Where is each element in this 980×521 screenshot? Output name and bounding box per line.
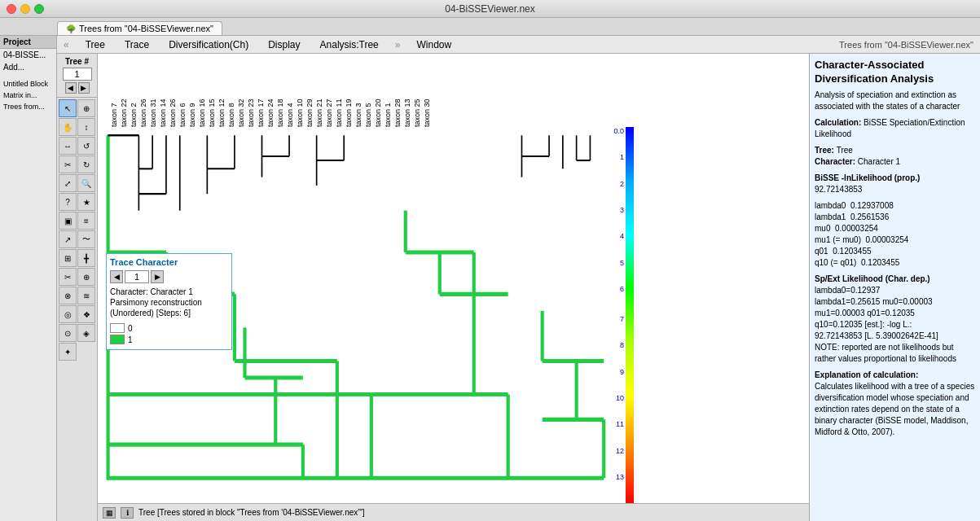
tool-help[interactable]: ?	[59, 193, 77, 211]
tool-22[interactable]: ≋	[77, 287, 95, 304]
scale-1: 1	[620, 153, 624, 161]
tool-21[interactable]: ⊗	[59, 287, 77, 304]
taxon-26b: taxon 26	[169, 58, 177, 127]
tree-and-panel: Tree # ◀ ▶ ↖ ⊕ ✋ ↕ ↔ ↺ ✂ ↻	[57, 54, 980, 521]
breadcrumb: Trees from "04-BiSSEViewer.nex"	[839, 40, 973, 50]
tool-list[interactable]: ≡	[77, 212, 95, 230]
tool-zoom[interactable]: ⊕	[77, 99, 95, 117]
menu-analysis[interactable]: Analysis:Tree	[317, 37, 382, 52]
tool-search[interactable]: 🔍	[77, 174, 95, 192]
info-panel: Character-AssociatedDiversification Anal…	[809, 54, 980, 521]
scale-9: 9	[620, 368, 624, 376]
tool-9[interactable]: ⤢	[59, 174, 77, 192]
taxon-8: taxon 8	[227, 58, 235, 127]
info-params: lambda0 0.12937008 lambda1 0.2561536 mu0…	[815, 200, 975, 269]
project-label: Project	[0, 36, 56, 49]
trace-popup: Trace Character ◀ ▶ Character: Character…	[106, 253, 232, 350]
taxon-28: taxon 28	[393, 58, 402, 127]
project-item-block: Untitled Block	[0, 78, 56, 90]
project-item-trees[interactable]: Trees from...	[0, 101, 56, 112]
menu-diversification[interactable]: Diversification(Ch)	[165, 37, 252, 52]
tool-tilde[interactable]: ⊞	[59, 249, 77, 267]
menu-back[interactable]: «	[64, 39, 69, 50]
tool-18[interactable]: ╋	[77, 249, 95, 267]
menu-window[interactable]: Window	[413, 37, 455, 52]
menu-forward[interactable]: »	[395, 39, 401, 50]
tool-cut[interactable]: ✂	[59, 155, 77, 173]
project-item-matrix[interactable]: Matrix in...	[0, 90, 56, 101]
project-item-add[interactable]: Add...	[0, 61, 56, 73]
status-icon-info[interactable]: ℹ	[121, 507, 134, 519]
legend-box-0	[110, 323, 125, 333]
taxon-25: taxon 25	[413, 58, 421, 127]
taxon-11: taxon 11	[335, 58, 343, 127]
tool-25[interactable]: ⊙	[59, 324, 77, 342]
tool-move[interactable]: ✋	[59, 118, 77, 136]
taxon-13: taxon 13	[403, 58, 411, 127]
taxon-21: taxon 21	[315, 58, 323, 127]
tool-23[interactable]: ◎	[59, 305, 77, 323]
tool-v-scale[interactable]: ↕	[77, 118, 95, 136]
tool-19[interactable]: ✂	[59, 268, 77, 286]
menu-trace[interactable]: Trace	[121, 37, 152, 52]
maximize-button[interactable]	[34, 4, 44, 14]
close-button[interactable]	[7, 4, 16, 14]
trace-prev-btn[interactable]: ◀	[110, 270, 123, 283]
trace-next-btn[interactable]: ▶	[151, 270, 164, 283]
taxon-31: taxon 31	[149, 58, 157, 127]
tool-h-scale[interactable]: ↔	[59, 137, 77, 155]
content-area: « Tree Trace Diversification(Ch) Display…	[57, 36, 980, 521]
scale-3: 3	[620, 206, 624, 214]
scale-5: 5	[620, 259, 624, 267]
tool-select[interactable]: ↖	[59, 99, 77, 117]
menu-display[interactable]: Display	[265, 37, 303, 52]
taxon-9: taxon 9	[188, 58, 196, 127]
scale-13: 13	[616, 473, 624, 481]
info-explanation: Explanation of calculation: Calculates l…	[815, 370, 975, 438]
tree-number-input[interactable]	[63, 68, 92, 81]
taxon-19: taxon 19	[345, 58, 353, 127]
tool-arrow[interactable]: ↗	[59, 230, 77, 248]
taxon-3: taxon 3	[354, 58, 363, 127]
status-text: Tree [Trees stored in block "Trees from …	[138, 508, 365, 517]
tree-prev-btn[interactable]: ◀	[65, 82, 77, 94]
window-title: 04-BiSSEViewer.nex	[445, 3, 535, 15]
scale-10: 10	[616, 394, 624, 402]
legend-label-0: 0	[128, 324, 133, 333]
taxon-32: taxon 32	[237, 58, 245, 127]
tree-viewport: taxon 7 taxon 22 taxon 2 taxon 26 taxon …	[98, 54, 809, 521]
taxon-12: taxon 12	[218, 58, 226, 127]
tool-refresh[interactable]: ↻	[77, 155, 95, 173]
taxon-27: taxon 27	[325, 58, 333, 127]
tool-grid-view[interactable]: ▣	[59, 212, 77, 230]
tree-next-btn[interactable]: ▶	[78, 82, 90, 94]
tool-27[interactable]: ✦	[59, 343, 77, 361]
tool-wave[interactable]: 〜	[77, 230, 95, 248]
tool-20[interactable]: ⊕	[77, 268, 95, 286]
tool-rotate[interactable]: ↺	[77, 137, 95, 155]
legend-item-1: 1	[110, 335, 228, 344]
minimize-button[interactable]	[20, 4, 30, 14]
legend-label-1: 1	[128, 335, 133, 344]
tool-24[interactable]: ❖	[77, 305, 95, 323]
tool-grid: ↖ ⊕ ✋ ↕ ↔ ↺ ✂ ↻ ⤢ 🔍 ? ★ ▣ ≡ ↗ 〜 ⊞	[57, 98, 97, 362]
taxon-30: taxon 30	[423, 58, 431, 127]
taxon-labels: taxon 7 taxon 22 taxon 2 taxon 26 taxon …	[98, 54, 638, 127]
info-tree: Tree: Tree Character: Character 1	[815, 145, 975, 168]
legend-box-1	[110, 335, 125, 344]
trace-nav: ◀ ▶	[110, 270, 228, 283]
menu-tree[interactable]: Tree	[82, 37, 108, 52]
trace-number-input[interactable]	[125, 270, 149, 283]
title-bar: 04-BiSSEViewer.nex	[0, 0, 980, 18]
taxon-22: taxon 22	[120, 58, 128, 127]
main-tab[interactable]: 🌳 Trees from "04-BiSSEViewer.nex"	[57, 21, 222, 35]
project-item-0[interactable]: 04-BISSE...	[0, 49, 56, 61]
tab-bar: 🌳 Trees from "04-BiSSEViewer.nex"	[0, 18, 980, 36]
color-scale: 0.0 1 2 3 4 5 6 7 8 9 10 11 12 13	[605, 127, 634, 503]
taxon-26: taxon 26	[139, 58, 147, 127]
tool-26[interactable]: ◈	[77, 324, 95, 342]
taxon-10: taxon 10	[296, 58, 304, 127]
taxon-20: taxon 20	[374, 58, 382, 127]
status-icon-grid[interactable]: ▦	[103, 507, 116, 519]
tool-star[interactable]: ★	[77, 193, 95, 211]
